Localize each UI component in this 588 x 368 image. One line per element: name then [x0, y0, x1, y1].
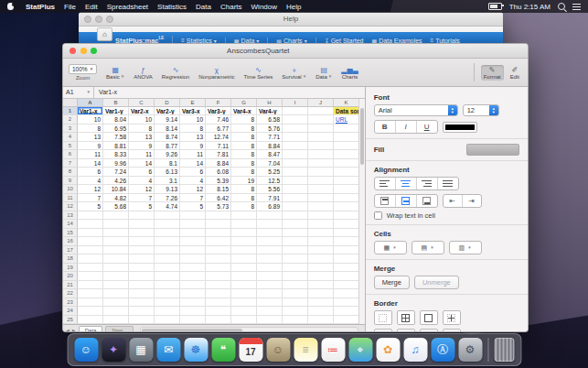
- cell-D5[interactable]: 8.77: [155, 142, 180, 151]
- cell-I3[interactable]: [283, 124, 308, 134]
- cell-I25[interactable]: [283, 316, 308, 325]
- battery-icon[interactable]: [488, 3, 502, 10]
- cell-I7[interactable]: [283, 159, 308, 168]
- cell-B17[interactable]: [103, 246, 129, 255]
- cell-F4[interactable]: 12.74: [206, 133, 231, 142]
- cell-H2[interactable]: 6.58: [257, 115, 283, 124]
- cell-G22[interactable]: [231, 289, 257, 298]
- cell-D18[interactable]: [155, 254, 180, 264]
- cell-J2[interactable]: [308, 115, 334, 124]
- font-family-select[interactable]: Arial ▲▼: [374, 104, 458, 116]
- row-header-16[interactable]: 16: [63, 237, 78, 246]
- cell-F23[interactable]: [206, 298, 231, 308]
- cell-J3[interactable]: [308, 124, 334, 134]
- dock-icon-itunes[interactable]: ♫: [403, 338, 427, 362]
- cell-C13[interactable]: [129, 211, 155, 221]
- cell-D14[interactable]: [155, 220, 180, 229]
- cell-F24[interactable]: [206, 307, 231, 316]
- toolbar-button-anova[interactable]: ƒANOVA: [131, 65, 155, 81]
- cell-E17[interactable]: [180, 246, 206, 255]
- cell-F1[interactable]: Var3-y: [206, 107, 231, 116]
- cell-H18[interactable]: [257, 254, 283, 264]
- cell-B25[interactable]: [103, 316, 129, 325]
- row-header-15[interactable]: 15: [63, 229, 78, 238]
- select-all-corner[interactable]: [63, 99, 78, 107]
- help-window-controls[interactable]: [84, 16, 113, 23]
- toolbar-button-format[interactable]: ✎Format: [481, 65, 504, 81]
- cell-F9[interactable]: 5.39: [206, 177, 231, 186]
- cell-A8[interactable]: 6: [78, 168, 103, 177]
- cell-C9[interactable]: 4: [129, 177, 155, 186]
- tab-scroll-right-icon[interactable]: ▶: [72, 328, 76, 332]
- cell-F25[interactable]: [206, 316, 231, 325]
- cell-J10[interactable]: [308, 185, 334, 194]
- cell-E12[interactable]: 5: [180, 202, 206, 211]
- cell-I8[interactable]: [283, 168, 308, 177]
- cell-I2[interactable]: [283, 115, 308, 124]
- row-header-11[interactable]: 11: [63, 194, 78, 203]
- bold-button[interactable]: B: [375, 121, 396, 133]
- cell-D21[interactable]: [155, 281, 180, 290]
- cell-A17[interactable]: [78, 246, 103, 255]
- cell-J17[interactable]: [308, 246, 334, 255]
- cell-K6[interactable]: [334, 150, 359, 159]
- cell-F19[interactable]: [206, 264, 231, 273]
- cell-C14[interactable]: [129, 220, 155, 229]
- cell-K17[interactable]: [334, 246, 359, 255]
- row-header-14[interactable]: 14: [63, 220, 78, 229]
- cell-A1[interactable]: Var1-x: [78, 107, 103, 116]
- cell-E18[interactable]: [180, 254, 206, 264]
- border-outer-icon[interactable]: [420, 310, 438, 325]
- insert-cells-dropdown[interactable]: ▦▼: [374, 241, 407, 254]
- row-header-22[interactable]: 22: [63, 289, 78, 298]
- cell-A11[interactable]: 7: [78, 194, 103, 203]
- cell-I14[interactable]: [283, 220, 308, 229]
- cell-K16[interactable]: [334, 237, 359, 246]
- column-header-G[interactable]: G: [231, 99, 257, 107]
- cell-J16[interactable]: [308, 237, 334, 246]
- toolbar-button-basic[interactable]: ▦Basic▼: [103, 65, 127, 81]
- minimize-button[interactable]: [80, 48, 87, 54]
- cell-H11[interactable]: 7.91: [257, 194, 283, 203]
- cell-G6[interactable]: 8: [231, 150, 257, 159]
- cell-C4[interactable]: 13: [129, 133, 155, 142]
- font-size-select[interactable]: 12 ▲▼: [463, 104, 499, 116]
- cell-D24[interactable]: [155, 307, 180, 316]
- column-header-H[interactable]: H: [257, 99, 283, 107]
- cell-B7[interactable]: 9.96: [103, 159, 129, 168]
- cell-C22[interactable]: [129, 289, 155, 298]
- dock-icon-notes[interactable]: ≡: [294, 338, 317, 362]
- cell-G2[interactable]: 8: [231, 115, 257, 124]
- toolbar-button-regression[interactable]: ∿Regression: [159, 65, 192, 81]
- cell-K18[interactable]: [334, 254, 359, 264]
- dock-icon-siri[interactable]: ✦: [102, 338, 125, 362]
- italic-button[interactable]: I: [396, 121, 417, 133]
- row-header-17[interactable]: 17: [63, 246, 78, 255]
- dock-icon-contacts[interactable]: ☺: [266, 338, 290, 362]
- cell-B13[interactable]: [103, 211, 129, 221]
- indent-decrease-icon[interactable]: ⇤: [444, 195, 463, 207]
- cell-K19[interactable]: [334, 264, 359, 273]
- column-header-B[interactable]: B: [103, 99, 129, 107]
- apple-menu-icon[interactable]: [7, 3, 14, 10]
- cell-I18[interactable]: [283, 254, 308, 264]
- cell-D2[interactable]: 9.14: [155, 115, 180, 124]
- cell-H21[interactable]: [257, 281, 283, 290]
- cell-G25[interactable]: [231, 316, 257, 325]
- cell-G1[interactable]: Var4-x: [231, 107, 257, 116]
- cell-F2[interactable]: 7.46: [206, 115, 231, 124]
- dock-icon-reminders[interactable]: ≔: [321, 338, 345, 362]
- cell-H6[interactable]: 8.47: [257, 150, 283, 159]
- cell-A12[interactable]: 5: [78, 202, 103, 211]
- cell-I20[interactable]: [283, 272, 308, 281]
- trash-icon[interactable]: [494, 338, 514, 362]
- cell-B15[interactable]: [103, 229, 129, 238]
- cell-G16[interactable]: [231, 237, 257, 246]
- cell-B21[interactable]: [103, 281, 129, 290]
- cell-B10[interactable]: 10.84: [103, 185, 129, 194]
- cell-B12[interactable]: 5.68: [103, 202, 129, 211]
- cell-B9[interactable]: 4.26: [103, 177, 129, 186]
- cell-A21[interactable]: [78, 281, 103, 290]
- cell-K23[interactable]: [334, 298, 359, 308]
- cell-B2[interactable]: 8.04: [103, 115, 129, 124]
